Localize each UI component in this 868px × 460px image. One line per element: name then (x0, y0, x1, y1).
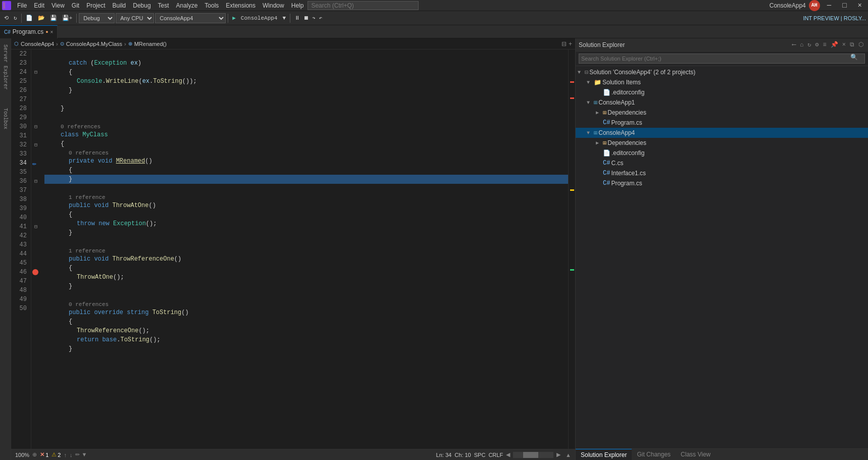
menu-help[interactable]: Help (288, 1, 307, 10)
menu-build[interactable]: Build (110, 1, 129, 10)
ln-33: 33 (15, 149, 27, 159)
tree-c-cs[interactable]: C# C.cs (576, 158, 868, 168)
tree-editorconfig-ca4[interactable]: 📄 .editorconfig (576, 148, 868, 158)
encoding[interactable]: SPC (474, 452, 486, 458)
maximize-button[interactable]: □ (838, 2, 850, 10)
warning-indicator[interactable]: ⚠ 2 (52, 451, 61, 458)
tree-solution-items[interactable]: ▼ 📁 Solution Items (576, 77, 868, 87)
expand-btn[interactable]: + (569, 40, 572, 47)
code-line-26: } (44, 86, 568, 95)
ln-23: 23 (15, 59, 27, 68)
se-tab-git-changes[interactable]: Git Changes (632, 449, 676, 460)
ec4-label: .editorconfig (611, 149, 644, 157)
edit-indicator[interactable]: ✏ ▼ (75, 451, 87, 458)
se-close-btn[interactable]: × (841, 40, 847, 49)
tree-dependencies-ca1[interactable]: ▶ ⊞ Dependencies (576, 108, 868, 118)
search-input[interactable] (308, 1, 419, 10)
toolbar-back[interactable]: ⟲ (2, 14, 11, 22)
se-filter-btn[interactable]: ≡ (822, 40, 828, 49)
startup-project-dropdown[interactable]: ConsoleApp4 (155, 13, 226, 23)
scroll-up[interactable]: ▲ (566, 452, 571, 458)
ln-42: 42 (15, 231, 27, 240)
breadcrumb-class[interactable]: ConsoleApp4.MyClass (66, 41, 122, 47)
tree-program-ca4[interactable]: C# Program.cs (576, 178, 868, 188)
modified-indicator: ● (45, 29, 48, 34)
toolbar-sep-1 (21, 14, 22, 23)
collapse-btn[interactable]: ⊟ (561, 40, 567, 47)
se-settings-btn[interactable]: ⚙ (813, 40, 820, 49)
refs-46: 0 references (44, 300, 568, 308)
scroll-right[interactable]: ▶ (556, 451, 560, 458)
scroll-bar[interactable] (513, 452, 553, 458)
zoom-level[interactable]: 100% (15, 452, 29, 458)
solution-arrow-icon: ▼ (578, 70, 584, 75)
tree-editorconfig-1[interactable]: 📄 .editorconfig (576, 87, 868, 97)
nav-down[interactable]: ↓ (70, 452, 73, 458)
tree-interface1-cs[interactable]: C# Interface1.cs (576, 168, 868, 178)
toolbar-save[interactable]: 💾 (48, 14, 59, 22)
toolbar-forward[interactable]: ↻ (12, 14, 19, 22)
tree-dependencies-ca4[interactable]: ▶ ⊞ Dependencies (576, 138, 868, 148)
svg-marker-1 (5, 2, 10, 9)
se-home-btn[interactable]: ⌂ (798, 40, 805, 49)
nav-up[interactable]: ↑ (64, 452, 67, 458)
debug-config-dropdown[interactable]: Debug Release (79, 13, 115, 23)
menu-project[interactable]: Project (83, 1, 108, 10)
breadcrumb-method[interactable]: MRenamed() (134, 41, 167, 47)
menu-git[interactable]: Git (69, 1, 82, 10)
ln-31: 31 (15, 131, 27, 140)
line-ending[interactable]: CRLF (488, 452, 503, 458)
tree-consoleapp1[interactable]: ▼ ⊞ ConsoleApp1 (576, 97, 868, 108)
start-button[interactable]: ▶ (230, 14, 238, 22)
se-float-btn[interactable]: ⧉ (848, 40, 856, 49)
menu-file[interactable]: File (14, 1, 30, 10)
code-line-48: ThrowReferenceOne(); (44, 326, 568, 335)
tab-close-button[interactable]: × (50, 29, 54, 35)
tree-program-ca1[interactable]: C# Program.cs (576, 118, 868, 128)
se-search-input[interactable] (579, 54, 865, 64)
close-button[interactable]: × (854, 2, 866, 10)
ln-30: 30 (15, 122, 27, 131)
menu-analyze[interactable]: Analyze (173, 1, 201, 10)
platform-dropdown[interactable]: Any CPU (116, 13, 154, 23)
ec4-icon: 📄 (603, 149, 610, 157)
menu-edit[interactable]: Edit (31, 1, 47, 10)
toolbar-new[interactable]: 📄 (24, 14, 35, 22)
menu-view[interactable]: View (48, 1, 68, 10)
breadcrumb-project[interactable]: ConsoleApp4 (21, 41, 54, 47)
toolbar-saveall[interactable]: 💾+ (60, 14, 75, 22)
toolbar: ⟲ ↻ 📄 📂 💾 💾+ Debug Release Any CPU Conso… (0, 11, 868, 25)
menu-debug[interactable]: Debug (130, 1, 154, 10)
server-explorer-icon[interactable]: Server Explorer (2, 40, 9, 94)
menu-tools[interactable]: Tools (201, 1, 222, 10)
program-cs-tab[interactable]: C# Program.cs ● × (0, 25, 58, 38)
menu-extensions[interactable]: Extensions (223, 1, 259, 10)
solution-icon: ⊟ (585, 69, 588, 76)
se-back-btn[interactable]: ⟵ (791, 40, 797, 49)
user-avatar[interactable]: AH (809, 0, 820, 11)
scroll-left[interactable]: ◀ (506, 451, 510, 458)
ln-32: 32 (15, 140, 27, 149)
ccs-icon: C# (603, 160, 610, 167)
se-dock-btn[interactable]: ⬡ (857, 40, 865, 49)
run-dropdown[interactable]: ▼ (280, 14, 288, 22)
if1-label: Interface1.cs (611, 170, 646, 177)
code-line-34[interactable]: } (44, 175, 568, 184)
editorconfig-1-label: .editorconfig (611, 89, 644, 96)
tree-consoleapp4[interactable]: ▼ ⊞ ConsoleApp4 (576, 128, 868, 138)
tree-solution[interactable]: ▼ ⊟ Solution 'ConsoleApp4' (2 of 2 proje… (576, 67, 868, 77)
code-area[interactable]: catch (Exception ex) { Console.WriteLine… (40, 49, 568, 449)
se-tab-solution-explorer[interactable]: Solution Explorer (576, 449, 632, 460)
menu-test[interactable]: Test (155, 1, 172, 10)
ln-43: 43 (15, 240, 27, 249)
error-indicator[interactable]: ✕ 1 (40, 451, 48, 458)
se-pin-btn[interactable]: 📌 (829, 40, 840, 49)
debug-controls[interactable]: ⏸ ⏹ ↷ ↶ (292, 14, 324, 22)
se-refresh-btn[interactable]: ↻ (806, 40, 812, 49)
toolbar-open[interactable]: 📂 (36, 14, 47, 22)
toolbox-icon[interactable]: Toolbox (2, 104, 9, 133)
menu-bar: File Edit View Git Project Build Debug T… (0, 0, 868, 11)
se-tab-class-view[interactable]: Class View (676, 449, 716, 460)
minimize-button[interactable]: ─ (823, 2, 835, 10)
menu-window[interactable]: Window (260, 1, 287, 10)
